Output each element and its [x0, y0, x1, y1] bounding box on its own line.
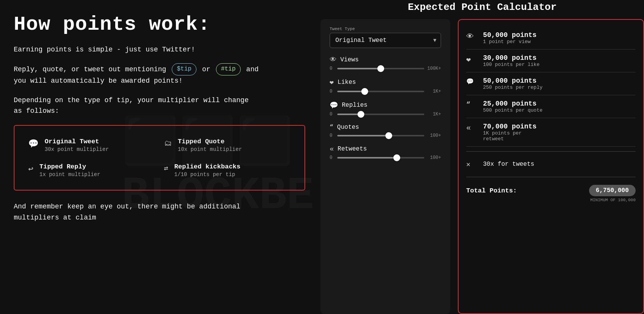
- quotes-slider-row: “ Quotes 0 100+: [330, 124, 441, 138]
- multiplier-description: Depending on the type of tip, your multi…: [14, 95, 305, 117]
- tweet-type-dropdown-wrap: Tweet Type Original Tweet Tipped Quote T…: [330, 27, 441, 48]
- tipped-reply-icon: ↩: [28, 164, 33, 174]
- point-row-quotes: “ 25,000 points 500 points per quote: [466, 95, 636, 118]
- views-slider-row: 👁 Views 0 100K+: [330, 56, 441, 71]
- likes-slider-icon: ❤: [330, 78, 334, 87]
- connector: or: [202, 66, 211, 73]
- breakdown-replies-icon: 💬: [466, 78, 477, 85]
- replies-slider-icon-label: 💬: [330, 101, 338, 109]
- tweet-type-mult-kickbacks: 1/10 points per tip: [174, 171, 240, 178]
- replies-points-detail: 250 points per reply: [483, 85, 543, 90]
- sliders-section: Tweet Type Original Tweet Tipped Quote T…: [320, 19, 450, 314]
- point-row-views: 👁 50,000 points 1 point per view: [466, 27, 636, 50]
- description-before: Reply, quote, or tweet out mentioning: [14, 66, 166, 73]
- views-slider[interactable]: [337, 68, 424, 69]
- divider-2: [466, 177, 636, 177]
- tweet-type-tipped-quote: 🗂 Tipped Quote 10x point multiplier: [159, 133, 295, 158]
- tweet-type-kickbacks: ⇄ Replied kickbacks 1/10 points per tip: [159, 158, 295, 183]
- quotes-max: 100+: [427, 133, 441, 138]
- replies-slider[interactable]: [337, 114, 424, 115]
- subtitle: Earning points is simple - just use Twit…: [14, 45, 305, 55]
- tip-badge-dollar: $tip: [172, 63, 196, 75]
- retweets-min: 0: [330, 155, 334, 160]
- retweets-slider-row: « Retweets 0 100+: [330, 145, 441, 160]
- points-breakdown: 👁 50,000 points 1 point per view ❤ 30,00…: [458, 19, 644, 314]
- quotes-points-detail: 500 points per quote: [483, 107, 543, 113]
- multiplier-row: ✕ 30x for tweets: [466, 156, 636, 172]
- tweet-type-mult-original: 30x point multiplier: [45, 146, 109, 152]
- likes-max: 1K+: [427, 89, 441, 94]
- quotes-slider-icon: “: [330, 124, 333, 131]
- dropdown-label: Tweet Type: [330, 27, 441, 31]
- total-value-badge: 6,750,000: [589, 185, 636, 196]
- tip-badge-hash: #tip: [216, 63, 240, 75]
- retweets-label: Retweets: [338, 146, 367, 152]
- retweets-points-detail: 1K points perretweet: [483, 130, 536, 142]
- calculator-body: Tweet Type Original Tweet Tipped Quote T…: [320, 19, 644, 314]
- kickbacks-icon: ⇄: [164, 164, 168, 172]
- views-min: 0: [330, 66, 334, 71]
- tweet-type-name-kickbacks: Replied kickbacks: [174, 163, 240, 170]
- original-tweet-icon: 💬: [28, 139, 39, 149]
- breakdown-retweets-icon: «: [466, 123, 477, 132]
- right-panel-wrapper: Expected Point Calculator Tweet Type Ori…: [320, 0, 644, 314]
- views-points-amount: 50,000 points: [483, 31, 536, 39]
- retweets-slider[interactable]: [337, 157, 424, 159]
- replies-points-amount: 50,000 points: [483, 77, 543, 85]
- replies-slider-row: 💬 Replies 0 1K+: [330, 101, 441, 117]
- quotes-min: 0: [330, 133, 334, 138]
- breakdown-quotes-icon: “: [466, 101, 477, 108]
- total-row: Total Points: 6,750,000: [466, 185, 636, 196]
- footer-note: And remember keep an eye out, there migh…: [14, 201, 305, 223]
- divider: [466, 151, 636, 152]
- likes-points-detail: 100 points per like: [483, 62, 539, 67]
- tweet-type-mult-quote: 10x point multiplier: [178, 146, 242, 152]
- tweet-type-name-original: Original Tweet: [45, 138, 109, 145]
- replies-label: Replies: [342, 102, 367, 109]
- total-label: Total Points:: [466, 187, 517, 194]
- replies-max: 1K+: [427, 112, 441, 117]
- point-row-likes: ❤ 30,000 points 100 points per like: [466, 50, 636, 72]
- retweets-max: 100+: [427, 155, 441, 160]
- left-panel: ⬛⬛⬛BLOCKBE How points work: Earning poin…: [0, 0, 320, 314]
- views-label: Views: [340, 56, 359, 63]
- tweet-type-original: 💬 Original Tweet 30x point multiplier: [24, 133, 159, 158]
- views-points-detail: 1 point per view: [483, 39, 536, 45]
- point-row-replies: 💬 50,000 points 250 points per reply: [466, 72, 636, 95]
- replies-min: 0: [330, 112, 334, 117]
- views-slider-icon: 👁: [330, 56, 336, 64]
- likes-label: Likes: [338, 79, 356, 86]
- tweet-type-select[interactable]: Original Tweet Tipped Quote Tipped Reply…: [330, 33, 441, 48]
- calculator-title: Expected Point Calculator: [320, 0, 644, 13]
- dropdown-inner: Original Tweet Tipped Quote Tipped Reply…: [330, 33, 441, 48]
- tweet-type-name-reply: Tipped Reply: [39, 163, 100, 170]
- retweets-slider-icon: «: [330, 145, 334, 153]
- likes-min: 0: [330, 89, 334, 94]
- multiplier-label: 30x for tweets: [483, 161, 534, 168]
- tweet-type-mult-reply: 1x point multiplier: [39, 171, 100, 178]
- minimum-note: MINIMUM OF 100,000: [466, 198, 636, 202]
- breakdown-views-icon: 👁: [466, 32, 477, 41]
- likes-slider[interactable]: [337, 91, 424, 92]
- retweets-points-amount: 70,000 points: [483, 123, 536, 130]
- breakdown-likes-icon: ❤: [466, 55, 477, 64]
- tweet-type-name-quote: Tipped Quote: [178, 138, 242, 145]
- quotes-slider[interactable]: [337, 135, 424, 136]
- tweet-types-box: 💬 Original Tweet 30x point multiplier 🗂 …: [14, 125, 305, 191]
- likes-slider-row: ❤ Likes 0 1K+: [330, 78, 441, 94]
- quotes-label: Quotes: [337, 124, 359, 131]
- page-title: How points work:: [14, 14, 305, 35]
- tipped-quote-icon: 🗂: [164, 139, 172, 148]
- views-max: 100K+: [427, 66, 441, 71]
- quotes-points-amount: 25,000 points: [483, 100, 543, 107]
- tweet-type-tipped-reply: ↩ Tipped Reply 1x point multiplier: [24, 158, 159, 183]
- multiplier-x-icon: ✕: [466, 160, 477, 168]
- description: Reply, quote, or tweet out mentioning $t…: [14, 63, 305, 86]
- point-row-retweets: « 70,000 points 1K points perretweet: [466, 118, 636, 147]
- likes-points-amount: 30,000 points: [483, 54, 539, 62]
